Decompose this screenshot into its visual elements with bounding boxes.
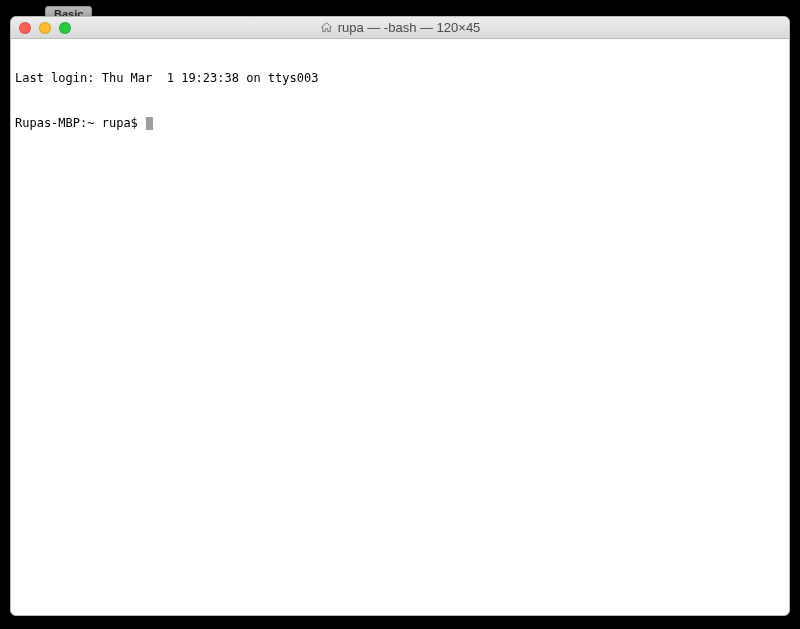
- titlebar[interactable]: rupa — -bash — 120×45: [11, 17, 789, 39]
- zoom-button[interactable]: [59, 22, 71, 34]
- home-icon: [320, 21, 333, 34]
- minimize-button[interactable]: [39, 22, 51, 34]
- terminal-motd-line: Last login: Thu Mar 1 19:23:38 on ttys00…: [15, 71, 785, 86]
- window-title: rupa — -bash — 120×45: [338, 20, 481, 35]
- title-wrap: rupa — -bash — 120×45: [11, 20, 789, 35]
- window-controls: [11, 22, 71, 34]
- prompt-host: Rupas-MBP:: [15, 116, 87, 130]
- terminal-window: rupa — -bash — 120×45 Last login: Thu Ma…: [10, 16, 790, 616]
- terminal-cursor: [146, 117, 153, 130]
- prompt-path: ~: [87, 116, 94, 130]
- prompt-user: rupa$: [102, 116, 138, 130]
- terminal-prompt-line: Rupas-MBP:~ rupa$: [15, 116, 785, 131]
- terminal-viewport[interactable]: Last login: Thu Mar 1 19:23:38 on ttys00…: [11, 39, 789, 615]
- close-button[interactable]: [19, 22, 31, 34]
